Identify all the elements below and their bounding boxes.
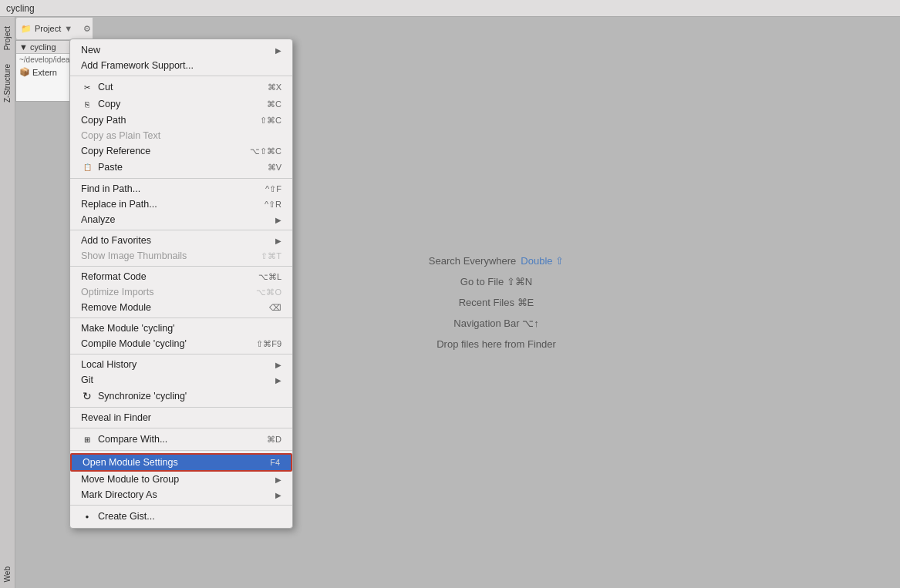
menu-item-remove-module-label: Remove Module <box>81 302 151 313</box>
menu-item-synchronize-label: Synchronize 'cycling' <box>98 391 187 402</box>
hint-recent-files: Recent Files ⌘E <box>459 297 534 308</box>
menu-item-optimize-imports-label: Optimize Imports <box>81 287 153 297</box>
context-menu: New ▶ Add Framework Support... Cut ⌘X ⎘ … <box>69 39 293 529</box>
separator-5 <box>70 318 292 318</box>
compare-icon <box>81 433 93 445</box>
menu-item-analyze[interactable]: Analyze ▶ <box>70 212 292 227</box>
menu-item-new[interactable]: New ▶ <box>70 42 292 58</box>
hint-nav-bar: Navigation Bar ⌥↑ <box>453 318 538 329</box>
sidebar-tab-project[interactable]: Project <box>2 20 13 56</box>
menu-item-add-favorites[interactable]: Add to Favorites ▶ <box>70 233 292 248</box>
menu-item-cut[interactable]: Cut ⌘X <box>70 79 292 96</box>
menu-item-show-image-thumbnails-label: Show Image Thumbnails <box>81 250 187 261</box>
menu-arrow-add-favorites: ▶ <box>275 237 281 245</box>
menu-shortcut-reformat-code: ⌥⌘L <box>258 272 281 282</box>
hint-goto-file: Go to File ⇧⌘N <box>460 276 532 287</box>
menu-item-paste[interactable]: Paste ⌘V <box>70 159 292 176</box>
paste-icon <box>81 161 93 173</box>
separator-2 <box>70 178 292 179</box>
menu-item-open-module-settings-label: Open Module Settings <box>83 457 178 468</box>
menu-item-paste-label: Paste <box>98 162 123 173</box>
menu-item-optimize-imports[interactable]: Optimize Imports ⌥⌘O <box>70 284 292 300</box>
menu-arrow-new: ▶ <box>275 46 281 55</box>
menu-item-make-module[interactable]: Make Module 'cycling' <box>70 321 292 336</box>
menu-item-copy-plain-text[interactable]: Copy as Plain Text <box>70 128 292 143</box>
gist-icon <box>81 510 93 522</box>
menu-arrow-git: ▶ <box>275 376 281 385</box>
menu-shortcut-copy: ⌘C <box>267 99 281 109</box>
menu-item-new-label: New <box>81 45 100 55</box>
hint-drop-files: Drop files here from Finder <box>437 338 556 350</box>
menu-item-find-in-path[interactable]: Find in Path... ^⇧F <box>70 181 292 197</box>
menu-item-reformat-code-label: Reformat Code <box>81 271 147 282</box>
menu-item-replace-in-path-label: Replace in Path... <box>81 199 157 210</box>
menu-item-analyze-label: Analyze <box>81 214 115 225</box>
menu-shortcut-show-image-thumbnails: ⇧⌘T <box>261 251 281 261</box>
menu-item-create-gist[interactable]: Create Gist... <box>70 508 292 525</box>
menu-item-git-label: Git <box>81 375 93 385</box>
menu-item-copy-path[interactable]: Copy Path ⇧⌘C <box>70 113 292 128</box>
separator-3 <box>70 230 292 230</box>
menu-item-copy-plain-text-label: Copy as Plain Text <box>81 130 160 141</box>
menu-shortcut-remove-module: ⌫ <box>269 303 281 313</box>
hint-search-everywhere: Search Everywhere Double ⇧ <box>429 255 564 267</box>
menu-item-add-favorites-label: Add to Favorites <box>81 235 151 246</box>
menu-item-add-framework-label: Add Framework Support... <box>81 60 194 71</box>
menu-shortcut-open-module-settings: F4 <box>270 458 280 467</box>
menu-shortcut-compare-with: ⌘D <box>267 435 281 445</box>
menu-item-show-image-thumbnails[interactable]: Show Image Thumbnails ⇧⌘T <box>70 248 292 264</box>
menu-item-git[interactable]: Git ▶ <box>70 372 292 388</box>
menu-shortcut-find-in-path: ^⇧F <box>265 184 281 194</box>
menu-item-copy-reference-label: Copy Reference <box>81 146 150 156</box>
window-title: cycling <box>6 3 35 14</box>
menu-shortcut-copy-path: ⇧⌘C <box>260 116 281 126</box>
menu-item-compare-with[interactable]: Compare With... ⌘D <box>70 431 292 448</box>
toolbar-settings-icon[interactable]: ⚙ <box>83 24 91 34</box>
menu-arrow-move-module-to-group: ▶ <box>275 475 281 484</box>
menu-item-local-history[interactable]: Local History ▶ <box>70 357 292 372</box>
top-bar: cycling <box>0 0 900 17</box>
separator-7 <box>70 407 292 408</box>
menu-arrow-mark-directory-as: ▶ <box>275 491 281 499</box>
copy-icon: ⎘ <box>81 98 93 110</box>
menu-item-create-gist-label: Create Gist... <box>98 511 155 522</box>
separator-1 <box>70 76 292 76</box>
menu-arrow-analyze: ▶ <box>275 216 281 224</box>
menu-arrow-local-history: ▶ <box>275 361 281 369</box>
menu-item-replace-in-path[interactable]: Replace in Path... ^⇧R <box>70 197 292 212</box>
menu-shortcut-replace-in-path: ^⇧R <box>265 200 281 210</box>
sidebar-tab-web[interactable]: Web <box>2 560 13 588</box>
menu-item-remove-module[interactable]: Remove Module ⌫ <box>70 300 292 315</box>
menu-item-copy[interactable]: ⎘ Copy ⌘C <box>70 96 292 113</box>
external-icon: 📦 <box>19 67 30 77</box>
menu-item-synchronize[interactable]: Synchronize 'cycling' <box>70 388 292 405</box>
menu-item-compile-module[interactable]: Compile Module 'cycling' ⇧⌘F9 <box>70 336 292 351</box>
separator-9 <box>70 450 292 451</box>
project-tree-item-cycling[interactable]: ▼ cycling <box>19 42 56 52</box>
menu-item-cut-label: Cut <box>98 82 113 92</box>
menu-item-compare-with-label: Compare With... <box>98 434 167 445</box>
menu-shortcut-cut: ⌘X <box>268 82 281 92</box>
menu-item-make-module-label: Make Module 'cycling' <box>81 323 175 334</box>
menu-item-copy-path-label: Copy Path <box>81 115 126 126</box>
menu-item-copy-label: Copy <box>98 99 120 109</box>
menu-item-mark-directory-as[interactable]: Mark Directory As ▶ <box>70 487 292 502</box>
menu-item-move-module-to-group[interactable]: Move Module to Group ▶ <box>70 472 292 487</box>
menu-item-reveal-in-finder[interactable]: Reveal in Finder <box>70 410 292 425</box>
separator-6 <box>70 354 292 354</box>
menu-item-reveal-in-finder-label: Reveal in Finder <box>81 412 151 423</box>
menu-shortcut-optimize-imports: ⌥⌘O <box>256 287 281 297</box>
menu-item-reformat-code[interactable]: Reformat Code ⌥⌘L <box>70 269 292 284</box>
scissors-icon <box>81 81 93 93</box>
folder-icon: 📁 <box>21 24 32 34</box>
sidebar-tab-structure[interactable]: Z-Structure <box>2 58 13 109</box>
menu-item-open-module-settings[interactable]: Open Module Settings F4 <box>70 453 292 472</box>
menu-shortcut-paste: ⌘V <box>268 163 281 173</box>
menu-item-add-framework[interactable]: Add Framework Support... <box>70 58 292 73</box>
menu-item-copy-reference[interactable]: Copy Reference ⌥⇧⌘C <box>70 143 292 159</box>
sync-icon <box>81 390 93 402</box>
menu-item-compile-module-label: Compile Module 'cycling' <box>81 338 187 349</box>
separator-10 <box>70 505 292 506</box>
menu-item-mark-directory-as-label: Mark Directory As <box>81 489 157 500</box>
menu-item-move-module-to-group-label: Move Module to Group <box>81 474 179 485</box>
